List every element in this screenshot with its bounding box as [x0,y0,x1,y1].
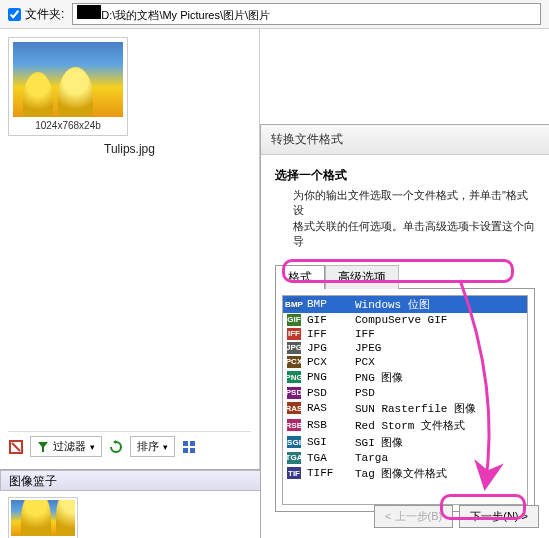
folder-path[interactable]: D:\我的文档\My Pictures\图片\图片 [72,3,541,25]
dialog-footer: < 上一步(B) 下一步(N) > [374,505,539,528]
format-ext: SGI [307,436,349,448]
svg-rect-5 [190,441,195,446]
drive-icon [77,5,101,19]
svg-rect-4 [183,441,188,446]
svg-rect-7 [190,448,195,453]
sort-button[interactable]: 排序 ▾ [130,436,175,457]
format-row-gif[interactable]: GIFGIFCompuServe GIF [283,313,527,327]
format-icon: TIF [287,467,301,479]
format-ext: GIF [307,314,349,326]
stop-icon[interactable] [8,439,24,455]
folder-bar: 文件夹: D:\我的文档\My Pictures\图片\图片 [0,0,549,29]
format-row-tga[interactable]: TGATGATarga [283,451,527,465]
thumbnail-card[interactable]: 1024x768x24b [8,37,128,136]
format-desc: PCX [355,356,375,368]
tab-bar: 格式 高级选项 [275,264,535,288]
refresh-icon[interactable] [108,439,124,455]
chevron-down-icon: ▾ [163,442,168,452]
format-ext: PNG [307,371,349,383]
format-desc: Red Storm 文件格式 [355,418,465,433]
svg-line-1 [12,443,20,451]
convert-dialog: 转换文件格式 选择一个格式 为你的输出文件选取一个文件格式，并单击"格式设 格式… [260,124,549,538]
chevron-down-icon: ▾ [90,442,95,452]
format-desc: PSD [355,387,375,399]
format-icon: IFF [287,328,301,340]
format-icon: TGA [287,452,301,464]
dialog-heading: 选择一个格式 [275,167,535,184]
left-toolbar: 过滤器 ▾ 排序 ▾ [8,431,251,461]
format-panel: BMPBMPWindows 位图GIFGIFCompuServe GIFIFFI… [275,288,535,512]
format-ext: RAS [307,402,349,414]
grid-icon[interactable] [181,439,197,455]
svg-marker-2 [38,442,48,452]
format-row-tiff[interactable]: TIFTIFFTag 图像文件格式 [283,465,527,482]
tab-format[interactable]: 格式 [275,265,325,289]
format-desc: Tag 图像文件格式 [355,466,447,481]
prev-button[interactable]: < 上一步(B) [374,505,453,528]
format-row-pcx[interactable]: PCXPCXPCX [283,355,527,369]
format-ext: TIFF [307,467,349,479]
dialog-title: 转换文件格式 [261,125,549,155]
format-row-rsb[interactable]: RSBRSBRed Storm 文件格式 [283,417,527,434]
thumbnail-image [13,42,123,117]
format-ext: BMP [307,298,349,310]
format-ext: JPG [307,342,349,354]
thumbnail-panel: 1024x768x24b Tulips.jpg 过滤器 ▾ 排序 ▾ [0,29,260,469]
tab-advanced[interactable]: 高级选项 [325,265,399,289]
format-ext: TGA [307,452,349,464]
format-icon: SGI [287,436,301,448]
format-ext: RSB [307,419,349,431]
next-button[interactable]: 下一步(N) > [459,505,539,528]
svg-rect-6 [183,448,188,453]
format-desc: SGI 图像 [355,435,403,450]
format-desc: SUN Rasterfile 图像 [355,401,476,416]
format-icon: PSD [287,387,301,399]
format-icon: RSB [287,419,301,431]
basket-thumbnail[interactable] [8,497,78,538]
format-icon: RAS [287,402,301,414]
format-desc: Targa [355,452,388,464]
dialog-description: 为你的输出文件选取一个文件格式，并单击"格式设 格式关联的任何选项。单击高级选项… [293,188,535,250]
format-row-sgi[interactable]: SGISGISGI 图像 [283,434,527,451]
format-desc: CompuServe GIF [355,314,447,326]
format-icon: GIF [287,314,301,326]
format-icon: PNG [287,371,301,383]
format-ext: PSD [307,387,349,399]
format-desc: Windows 位图 [355,297,430,312]
format-icon: BMP [287,298,301,310]
format-row-bmp[interactable]: BMPBMPWindows 位图 [283,296,527,313]
format-row-jpg[interactable]: JPGJPGJPEG [283,341,527,355]
format-desc: JPEG [355,342,381,354]
format-icon: PCX [287,356,301,368]
thumbnail-dimensions: 1024x768x24b [13,117,123,131]
folder-label: 文件夹: [25,6,64,23]
filter-icon [37,441,49,453]
format-ext: IFF [307,328,349,340]
format-ext: PCX [307,356,349,368]
filter-button[interactable]: 过滤器 ▾ [30,436,102,457]
svg-marker-3 [113,440,116,444]
format-list[interactable]: BMPBMPWindows 位图GIFGIFCompuServe GIFIFFI… [282,295,528,505]
format-row-iff[interactable]: IFFIFFIFF [283,327,527,341]
sort-label: 排序 [137,439,159,454]
format-row-png[interactable]: PNGPNGPNG 图像 [283,369,527,386]
filter-label: 过滤器 [53,439,86,454]
format-row-psd[interactable]: PSDPSDPSD [283,386,527,400]
format-desc: PNG 图像 [355,370,403,385]
format-desc: IFF [355,328,375,340]
folder-checkbox[interactable] [8,8,21,21]
thumbnail-filename: Tulips.jpg [8,142,251,156]
format-row-ras[interactable]: RASRASSUN Rasterfile 图像 [283,400,527,417]
format-icon: JPG [287,342,301,354]
